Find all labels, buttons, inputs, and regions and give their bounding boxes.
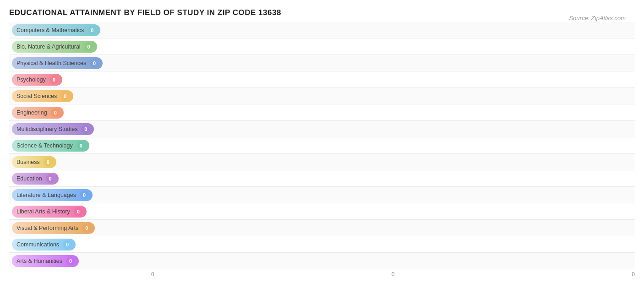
bar-label-area-11: Liberal Arts & History0: [9, 206, 151, 218]
bar-pill-0: Computers & Mathematics0: [12, 24, 100, 36]
bar-track-9: [151, 170, 635, 186]
chart-area: Computers & Mathematics0Bio, Nature & Ag…: [9, 22, 635, 269]
bar-track-2: [151, 55, 635, 71]
bar-label-11: Liberal Arts & History: [16, 208, 70, 215]
bar-track-11: [151, 203, 635, 219]
bar-label-area-0: Computers & Mathematics0: [9, 24, 151, 36]
header-row: EDUCATIONAL ATTAINMENT BY FIELD OF STUDY…: [9, 8, 635, 17]
x-axis-label-2: 0: [474, 271, 635, 278]
bar-row-12: Visual & Performing Arts0: [9, 220, 635, 236]
bar-label-area-6: Multidisciplinary Studies0: [9, 123, 151, 135]
bar-row-9: Education0: [9, 170, 635, 187]
bar-value-badge-8: 0: [44, 158, 53, 167]
bar-track-5: [151, 104, 635, 120]
x-axis: 0 0 0: [9, 271, 635, 278]
bar-track-3: [151, 71, 635, 87]
grid-line-right: [635, 22, 635, 256]
bar-row-13: Communications0: [9, 236, 635, 253]
bar-value-badge-10: 0: [80, 191, 89, 200]
bar-label-area-14: Arts & Humanities0: [9, 255, 151, 267]
bar-value-badge-7: 0: [76, 141, 86, 150]
bar-value-badge-4: 0: [60, 92, 70, 101]
bar-row-4: Social Sciences0: [9, 88, 635, 104]
bar-row-6: Multidisciplinary Studies0: [9, 121, 635, 137]
bar-label-8: Business: [16, 159, 40, 165]
bar-label-13: Communications: [16, 241, 59, 248]
bar-row-10: Literature & Languages0: [9, 187, 635, 203]
bar-label-area-8: Business0: [9, 156, 151, 168]
bar-row-8: Business0: [9, 154, 635, 170]
bar-pill-13: Communications0: [12, 239, 76, 251]
bar-track-1: [151, 38, 635, 55]
bar-label-0: Computers & Mathematics: [16, 27, 84, 33]
source-label: Source: ZipAtlas.com: [569, 15, 626, 22]
bar-label-area-10: Literature & Languages0: [9, 189, 151, 201]
chart-title: EDUCATIONAL ATTAINMENT BY FIELD OF STUDY…: [9, 8, 635, 17]
bar-label-2: Physical & Health Sciences: [16, 60, 86, 66]
bar-row-7: Science & Technology0: [9, 137, 635, 154]
bar-value-badge-6: 0: [81, 125, 90, 134]
bar-label-14: Arts & Humanities: [16, 258, 62, 264]
bar-row-5: Engineering0: [9, 104, 635, 121]
bar-pill-2: Physical & Health Sciences0: [12, 57, 103, 69]
bar-track-14: [151, 253, 635, 269]
bar-label-area-12: Visual & Performing Arts0: [9, 222, 151, 234]
bar-row-11: Liberal Arts & History0: [9, 203, 635, 220]
bar-row-2: Physical & Health Sciences0: [9, 55, 635, 71]
bar-pill-11: Liberal Arts & History0: [12, 206, 87, 218]
bar-label-4: Social Sciences: [16, 93, 57, 99]
bar-label-area-2: Physical & Health Sciences0: [9, 57, 151, 69]
bar-value-badge-0: 0: [87, 26, 97, 35]
bar-pill-12: Visual & Performing Arts0: [12, 222, 95, 234]
bar-pill-14: Arts & Humanities0: [12, 255, 79, 267]
bar-row-3: Psychology0: [9, 71, 635, 88]
bar-pill-9: Education0: [12, 173, 59, 185]
bar-pill-1: Bio, Nature & Agricultural0: [12, 41, 97, 53]
bar-value-badge-12: 0: [82, 224, 91, 233]
chart-container: EDUCATIONAL ATTAINMENT BY FIELD OF STUDY…: [0, 0, 644, 289]
x-axis-label-1: 0: [312, 271, 474, 278]
bar-value-badge-1: 0: [84, 42, 93, 51]
bar-track-0: [151, 22, 635, 38]
bar-value-badge-13: 0: [63, 240, 72, 249]
bar-track-10: [151, 187, 635, 203]
bar-label-area-3: Psychology0: [9, 74, 151, 86]
bar-track-13: [151, 236, 635, 252]
x-axis-label-0: 0: [151, 271, 312, 278]
bar-label-area-13: Communications0: [9, 239, 151, 251]
bar-pill-10: Literature & Languages0: [12, 189, 93, 201]
bar-label-6: Multidisciplinary Studies: [16, 126, 77, 132]
bar-track-8: [151, 154, 635, 170]
bar-value-badge-2: 0: [90, 59, 99, 68]
bar-label-7: Science & Technology: [16, 142, 73, 149]
bar-label-9: Education: [16, 175, 42, 182]
bar-row-1: Bio, Nature & Agricultural0: [9, 38, 635, 55]
bar-label-5: Engineering: [16, 109, 47, 116]
bar-label-area-5: Engineering0: [9, 107, 151, 119]
bar-label-area-1: Bio, Nature & Agricultural0: [9, 41, 151, 53]
bar-label-12: Visual & Performing Arts: [16, 225, 78, 231]
bar-row-0: Computers & Mathematics0: [9, 22, 635, 38]
bar-track-6: [151, 121, 635, 137]
bar-pill-5: Engineering0: [12, 107, 64, 119]
bar-value-badge-3: 0: [49, 75, 59, 84]
bar-label-area-9: Education0: [9, 173, 151, 185]
bar-pill-7: Science & Technology0: [12, 140, 89, 152]
bar-label-area-7: Science & Technology0: [9, 140, 151, 152]
bar-track-12: [151, 220, 635, 236]
bar-pill-8: Business0: [12, 156, 56, 168]
bar-label-area-4: Social Sciences0: [9, 90, 151, 102]
bar-label-1: Bio, Nature & Agricultural: [16, 44, 81, 50]
bar-value-badge-11: 0: [74, 207, 83, 216]
bar-pill-6: Multidisciplinary Studies0: [12, 123, 94, 135]
bar-value-badge-9: 0: [46, 174, 55, 183]
bar-track-4: [151, 88, 635, 104]
bar-pill-4: Social Sciences0: [12, 90, 73, 102]
bar-pill-3: Psychology0: [12, 74, 62, 86]
bar-track-7: [151, 137, 635, 153]
bar-value-badge-5: 0: [51, 108, 60, 117]
bar-label-3: Psychology: [16, 76, 46, 83]
bar-value-badge-14: 0: [66, 256, 75, 266]
bar-label-10: Literature & Languages: [16, 192, 76, 198]
bar-row-14: Arts & Humanities0: [9, 253, 635, 269]
